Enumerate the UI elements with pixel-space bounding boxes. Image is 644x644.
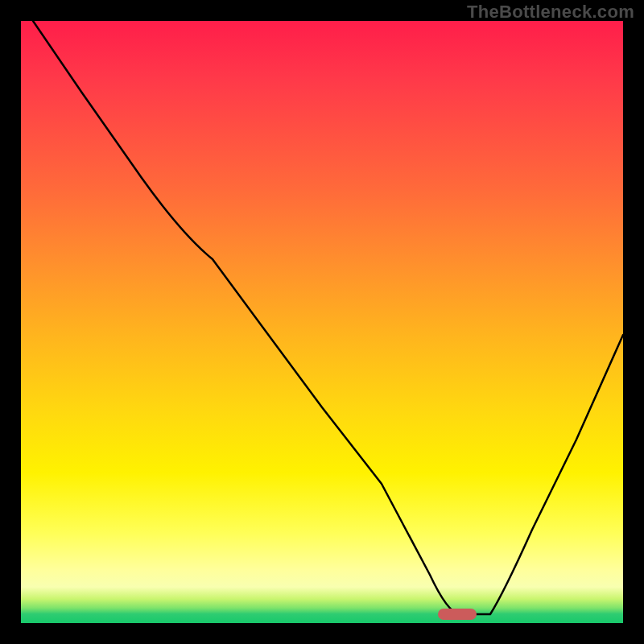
bottleneck-curve — [21, 21, 623, 623]
optimal-marker — [438, 609, 477, 620]
chart-frame: TheBottleneck.com — [0, 0, 644, 644]
watermark-text: TheBottleneck.com — [467, 2, 634, 23]
plot-area — [21, 21, 623, 623]
curve-path — [33, 21, 623, 614]
